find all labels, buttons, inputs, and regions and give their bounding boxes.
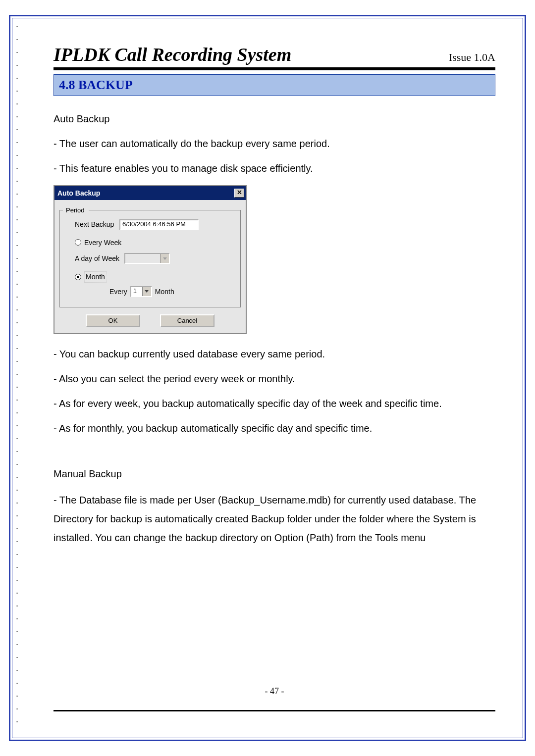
every-month-value: 1 — [131, 287, 142, 296]
every-week-radio[interactable]: Every Week — [75, 237, 121, 248]
header-rule — [54, 67, 495, 70]
subheading-auto-backup: Auto Backup — [54, 111, 495, 127]
paragraph: - The user can automatically do the back… — [54, 136, 495, 151]
close-icon[interactable]: ✕ — [234, 189, 244, 198]
next-backup-label: Next Backup — [75, 219, 119, 230]
month-unit-label: Month — [155, 286, 174, 297]
month-radio[interactable]: Month — [75, 271, 107, 283]
every-month-combo[interactable]: 1 — [130, 286, 152, 297]
dialog-button-row: OK Cancel — [59, 314, 241, 327]
cancel-button[interactable]: Cancel — [160, 314, 214, 327]
dialog-titlebar[interactable]: Auto Backup ✕ — [54, 186, 246, 200]
paragraph: - As for every week, you backup automati… — [54, 396, 495, 411]
next-backup-field[interactable]: 6/30/2004 6:46:56 PM — [119, 219, 199, 230]
month-label: Month — [84, 271, 107, 283]
decorative-dots: ........................................… — [15, 18, 25, 738]
paragraph: - This feature enables you to manage dis… — [54, 160, 495, 176]
groupbox-legend: Period — [64, 205, 87, 216]
chevron-down-icon[interactable] — [160, 254, 169, 263]
subheading-manual-backup: Manual Backup — [54, 466, 495, 482]
every-month-row: Every 1 Month — [109, 286, 235, 297]
every-label: Every — [109, 286, 127, 297]
ok-button[interactable]: OK — [86, 314, 140, 327]
radio-on-icon — [75, 274, 81, 280]
document-issue: Issue 1.0A — [449, 51, 495, 64]
section-heading-bar: 4.8 BACKUP — [54, 74, 495, 96]
dialog-title: Auto Backup — [57, 188, 100, 199]
auto-backup-dialog: Auto Backup ✕ Period Next Backup 6/30/20… — [54, 185, 247, 334]
paragraph: - The Database file is made per User (Ba… — [54, 491, 495, 547]
day-of-week-label: A day of Week — [75, 253, 124, 264]
body: Auto Backup - The user can automatically… — [54, 111, 495, 547]
page-header: IPLDK Call Recording System Issue 1.0A — [54, 44, 495, 65]
day-of-week-value — [125, 254, 160, 263]
dialog-body: Period Next Backup 6/30/2004 6:46:56 PM … — [54, 200, 246, 333]
page-content: IPLDK Call Recording System Issue 1.0A 4… — [54, 44, 495, 721]
paragraph: - As for monthly, you backup automatical… — [54, 420, 495, 436]
period-groupbox: Period Next Backup 6/30/2004 6:46:56 PM … — [59, 210, 241, 307]
next-backup-row: Next Backup 6/30/2004 6:46:56 PM — [65, 219, 235, 230]
section-heading: 4.8 BACKUP — [59, 78, 133, 92]
footer-rule — [54, 710, 495, 711]
every-week-label: Every Week — [84, 237, 121, 248]
paragraph: - Also you can select the period every w… — [54, 371, 495, 387]
radio-off-icon — [75, 239, 81, 246]
day-of-week-combo[interactable] — [124, 253, 170, 264]
chevron-down-icon[interactable] — [142, 287, 151, 296]
paragraph: - You can backup currently used database… — [54, 346, 495, 362]
page-number: - 47 - — [54, 686, 495, 697]
document-title: IPLDK Call Recording System — [54, 44, 291, 65]
day-of-week-row: A day of Week — [75, 253, 235, 264]
